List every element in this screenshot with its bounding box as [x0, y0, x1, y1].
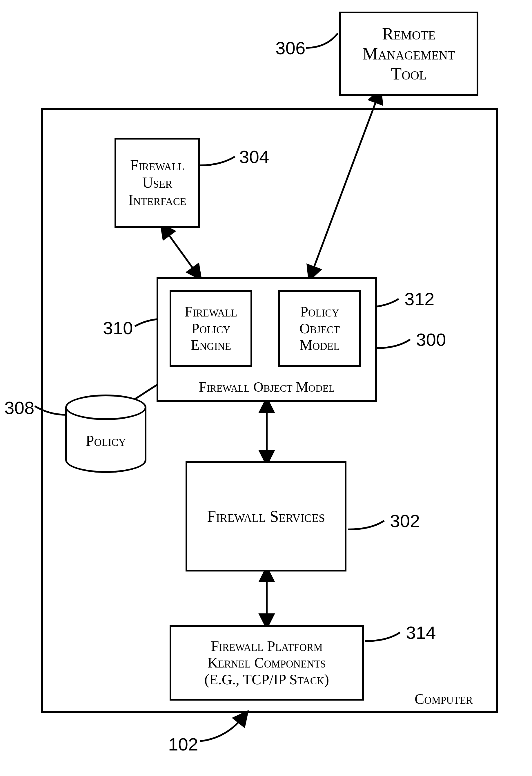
remote-management-tool-label: Remote Management Tool	[362, 24, 455, 84]
firewall-object-model-caption: Firewall Object Model	[199, 379, 334, 395]
label-306: 306	[275, 38, 305, 58]
policy-object-model-box: Policy Object Model	[278, 290, 361, 367]
firewall-platform-label: Firewall Platform Kernel Components (e.g…	[204, 638, 329, 688]
firewall-user-interface-label: Firewall User Interface	[128, 157, 187, 209]
remote-management-tool-box: Remote Management Tool	[339, 12, 478, 96]
computer-label: Computer	[415, 691, 473, 707]
label-312: 312	[405, 288, 434, 309]
label-102: 102	[168, 734, 198, 755]
svg-line-2	[311, 95, 378, 274]
label-300: 300	[416, 329, 446, 350]
firewall-policy-engine-label: Firewall Policy Engine	[185, 304, 237, 354]
firewall-user-interface-box: Firewall User Interface	[114, 138, 200, 228]
label-310: 310	[103, 318, 133, 338]
label-302: 302	[390, 511, 420, 531]
firewall-policy-engine-box: Firewall Policy Engine	[170, 290, 252, 367]
policy-db-label: Policy	[65, 432, 147, 449]
policy-object-model-label: Policy Object Model	[299, 304, 340, 354]
label-314: 314	[406, 622, 436, 643]
label-308: 308	[4, 397, 34, 418]
policy-db-cylinder: Policy	[65, 395, 147, 473]
firewall-services-label: Firewall Services	[207, 507, 325, 526]
svg-line-1	[165, 229, 197, 274]
firewall-platform-box: Firewall Platform Kernel Components (e.g…	[170, 625, 364, 701]
firewall-services-box: Firewall Services	[186, 461, 346, 572]
label-304: 304	[239, 147, 269, 167]
